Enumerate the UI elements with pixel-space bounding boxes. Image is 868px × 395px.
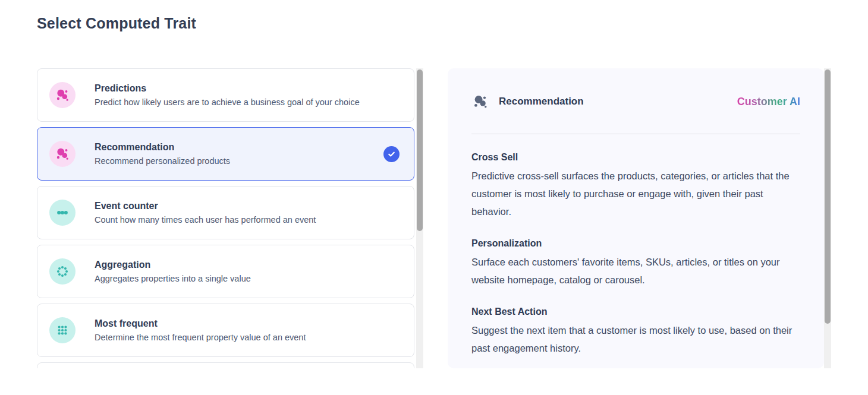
trait-title: Event counter [95,201,400,211]
trait-description: Count how many times each user has perfo… [95,215,400,225]
trait-list-scrollbar-thumb[interactable] [417,69,423,231]
section-body: Predictive cross-sell surfaces the produ… [471,167,800,220]
detail-header: Recommendation Customer AI [471,91,800,112]
trait-card-aggregation[interactable]: Aggregation Aggregates properties into a… [37,245,414,298]
section-heading: Cross Sell [471,152,800,163]
trait-title: Aggregation [95,260,400,270]
ellipsis-dots-icon [49,200,76,226]
trait-card-partial[interactable] [37,362,414,368]
trait-description: Recommend personalized products [95,156,383,166]
customer-ai-blob-icon [471,93,489,110]
section-heading: Next Best Action [471,306,800,317]
trait-card-predictions[interactable]: Predictions Predict how likely users are… [37,68,414,122]
trait-description: Predict how likely users are to achieve … [95,97,400,107]
detail-section-personalization: Personalization Surface each customers' … [471,238,800,289]
divider [471,134,800,134]
trait-description: Aggregates properties into a single valu… [95,274,400,283]
section-body: Surface each customers' favorite items, … [471,253,800,289]
grid-dots-icon [49,317,76,343]
trait-title: Recommendation [95,142,383,153]
detail-section-cross-sell: Cross Sell Predictive cross-sell surface… [471,152,800,220]
trait-title: Most frequent [95,318,400,329]
detail-panel-scrollbar[interactable] [824,68,831,368]
section-heading: Personalization [471,238,800,249]
page-title: Select Computed Trait [37,15,196,32]
trait-title: Predictions [95,83,400,94]
trait-list: Predictions Predict how likely users are… [37,68,415,368]
trait-detail-panel: Recommendation Customer AI Cross Sell Pr… [448,68,824,368]
section-body: Suggest the next item that a customer is… [471,321,800,357]
trait-card-recommendation[interactable]: Recommendation Recommend personalized pr… [37,127,414,181]
trait-list-scrollbar[interactable] [416,68,423,368]
customer-ai-blob-icon [49,82,76,108]
customer-ai-blob-icon [49,141,76,167]
detail-section-next-best-action: Next Best Action Suggest the next item t… [471,306,800,357]
detail-title: Recommendation [499,96,737,108]
detail-panel-scrollbar-thumb[interactable] [825,69,831,324]
trait-card-most-frequent[interactable]: Most frequent Determine the most frequen… [37,304,414,357]
trait-card-event-counter[interactable]: Event counter Count how many times each … [37,186,414,239]
dots-ring-icon [49,258,76,285]
selected-check-icon [383,146,400,162]
trait-description: Determine the most frequent property val… [95,333,400,342]
customer-ai-label: Customer AI [737,96,800,108]
